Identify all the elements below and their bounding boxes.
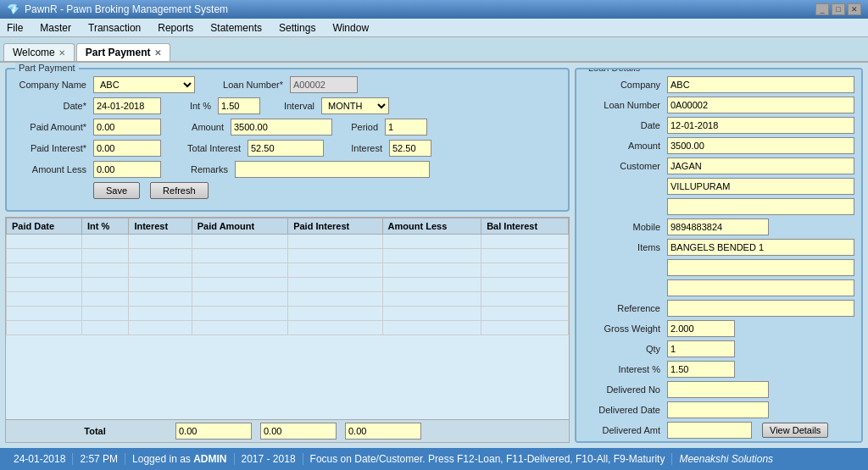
minimize-button[interactable]: _ bbox=[815, 3, 829, 15]
remarks-label: Remarks bbox=[185, 164, 231, 174]
ld-delivered-amt-row: Delivered Amt View Details bbox=[583, 422, 854, 439]
paid-interest-row: Paid Interest* Total Interest Interest bbox=[14, 140, 561, 157]
table-row bbox=[7, 263, 569, 278]
amount-input[interactable] bbox=[231, 119, 332, 135]
status-date: 24-01-2018 bbox=[7, 453, 73, 465]
status-company: Meenakshi Solutions bbox=[672, 453, 861, 465]
menu-file[interactable]: File bbox=[3, 21, 26, 35]
menu-statements[interactable]: Statements bbox=[207, 21, 265, 35]
date-label: Date* bbox=[14, 101, 90, 111]
col-paid-interest: Paid Interest bbox=[288, 218, 382, 235]
ld-delivered-date-label: Delivered Date bbox=[583, 405, 664, 415]
ld-interest-percent-row: Interest % bbox=[583, 361, 854, 378]
table-row bbox=[7, 278, 569, 292]
loan-details-title: Loan Details bbox=[585, 68, 643, 73]
total-interest-input[interactable] bbox=[248, 140, 324, 157]
ld-company-row: Company bbox=[583, 76, 854, 93]
ld-items-value2 bbox=[667, 259, 854, 276]
company-label: Company Name bbox=[14, 80, 90, 90]
view-details-button[interactable]: View Details bbox=[762, 423, 828, 438]
ld-items-value bbox=[667, 239, 854, 256]
tab-part-payment[interactable]: Part Payment ✕ bbox=[76, 43, 170, 61]
col-amount-less: Amount Less bbox=[382, 218, 481, 235]
ld-customer-row2 bbox=[583, 178, 854, 195]
table-body bbox=[7, 235, 569, 335]
ld-date-value bbox=[667, 117, 854, 134]
amount-less-row: Amount Less Remarks bbox=[14, 161, 561, 178]
ld-delivered-amt-value bbox=[667, 422, 752, 439]
app-title: PawnR - Pawn Broking Management System bbox=[25, 3, 228, 15]
ld-qty-row: Qty bbox=[583, 340, 854, 357]
period-input[interactable] bbox=[385, 119, 427, 135]
interval-select[interactable]: MONTH YEAR DAY bbox=[321, 97, 389, 114]
ld-delivered-amt-label: Delivered Amt bbox=[583, 425, 664, 435]
ld-interest-percent-value bbox=[667, 361, 735, 378]
data-table: Paid Date Int % Interest Paid Amount Pai… bbox=[6, 218, 569, 335]
table-row bbox=[7, 321, 569, 335]
ld-mobile-label: Mobile bbox=[583, 222, 664, 232]
tab-part-payment-close[interactable]: ✕ bbox=[154, 48, 161, 58]
loan-details-panel: Loan Details Company Loan Number Date Am… bbox=[575, 68, 863, 443]
table-row bbox=[7, 249, 569, 263]
tabbar: Welcome ✕ Part Payment ✕ bbox=[0, 37, 868, 63]
titlebar-controls[interactable]: _ □ ✕ bbox=[815, 3, 861, 15]
interest-label: Interest bbox=[339, 143, 386, 153]
paid-amount-row: Paid Amount* Amount Period bbox=[14, 119, 561, 135]
ld-items-value3 bbox=[667, 279, 854, 296]
col-int-percent: Int % bbox=[82, 218, 129, 235]
menu-settings[interactable]: Settings bbox=[275, 21, 319, 35]
ld-items-row: Items bbox=[583, 239, 854, 256]
menu-window[interactable]: Window bbox=[329, 21, 372, 35]
ld-qty-label: Qty bbox=[583, 344, 664, 354]
paid-interest-input[interactable] bbox=[93, 140, 161, 157]
refresh-button[interactable]: Refresh bbox=[150, 182, 209, 199]
ld-gross-weight-value bbox=[667, 320, 735, 337]
ld-loan-number-value bbox=[667, 97, 854, 113]
total-paid-interest bbox=[260, 423, 337, 440]
table-row bbox=[7, 235, 569, 249]
ld-amount-row: Amount bbox=[583, 137, 854, 154]
int-percent-label: Int % bbox=[185, 101, 214, 111]
titlebar: 💎 PawnR - Pawn Broking Management System… bbox=[0, 0, 868, 19]
statusbar: 24-01-2018 2:57 PM Logged in as ADMIN 20… bbox=[0, 448, 868, 470]
close-button[interactable]: ✕ bbox=[848, 3, 861, 15]
part-payment-box: Part Payment Company Name ABC Loan Numbe… bbox=[5, 68, 570, 212]
save-button[interactable]: Save bbox=[93, 182, 140, 199]
tab-welcome-label: Welcome bbox=[13, 47, 55, 58]
ld-delivered-date-row: Delivered Date bbox=[583, 401, 854, 418]
ld-gross-weight-row: Gross Weight bbox=[583, 320, 854, 337]
ld-amount-value bbox=[667, 137, 854, 154]
tab-welcome-close[interactable]: ✕ bbox=[58, 48, 65, 58]
amount-less-input[interactable] bbox=[93, 161, 161, 178]
app-icon: 💎 bbox=[7, 3, 19, 15]
date-input[interactable] bbox=[93, 97, 161, 114]
company-select[interactable]: ABC bbox=[93, 76, 195, 93]
ld-interest-percent-label: Interest % bbox=[583, 364, 664, 374]
ld-reference-value bbox=[667, 300, 854, 317]
menu-master[interactable]: Master bbox=[36, 21, 75, 35]
ld-delivered-date-value bbox=[667, 401, 769, 418]
ld-reference-label: Reference bbox=[583, 303, 664, 313]
ld-gross-weight-label: Gross Weight bbox=[583, 323, 664, 334]
ld-customer-value2 bbox=[667, 178, 854, 195]
paid-amount-input[interactable] bbox=[93, 119, 161, 135]
maximize-button[interactable]: □ bbox=[832, 3, 845, 15]
tab-welcome[interactable]: Welcome ✕ bbox=[3, 43, 75, 61]
int-percent-input[interactable] bbox=[218, 97, 260, 114]
interval-label: Interval bbox=[275, 101, 318, 111]
menu-transaction[interactable]: Transaction bbox=[85, 21, 144, 35]
loan-number-input[interactable] bbox=[290, 76, 358, 93]
menu-reports[interactable]: Reports bbox=[154, 21, 197, 35]
interest-input[interactable] bbox=[389, 140, 431, 157]
ld-mobile-value bbox=[667, 218, 769, 235]
ld-customer-value bbox=[667, 158, 854, 174]
ld-date-row: Date bbox=[583, 117, 854, 134]
status-time: 2:57 PM bbox=[73, 453, 125, 465]
remarks-input[interactable] bbox=[235, 161, 430, 178]
ld-items-label: Items bbox=[583, 242, 664, 252]
amount-label: Amount bbox=[185, 122, 227, 132]
ld-customer-value3 bbox=[667, 198, 854, 215]
ld-amount-label: Amount bbox=[583, 141, 664, 151]
ld-mobile-row: Mobile bbox=[583, 218, 854, 235]
ld-loan-number-label: Loan Number bbox=[583, 100, 664, 110]
